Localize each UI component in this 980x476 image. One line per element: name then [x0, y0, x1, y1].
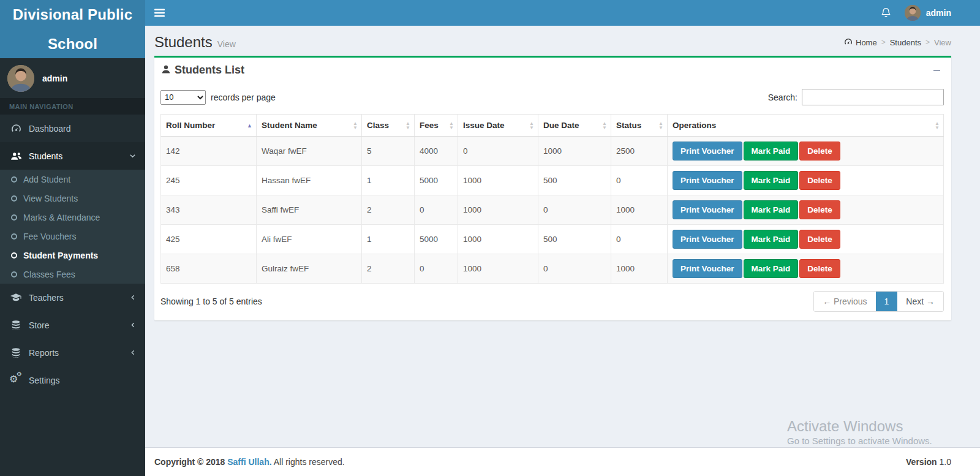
sidebar-menu: Dashboard Students — [0, 115, 145, 394]
cell-operations: Print VoucherMark PaidDelete — [668, 195, 944, 225]
cell-student-name: Gulraiz fwEF — [257, 254, 362, 284]
sidebar-item-teachers[interactable]: Teachers — [0, 284, 145, 311]
students-table: Roll Number Student Name Class Fees Issu… — [160, 114, 944, 284]
print-voucher-button[interactable]: Print Voucher — [673, 171, 742, 190]
users-icon — [9, 152, 23, 161]
mark-paid-button[interactable]: Mark Paid — [744, 259, 799, 278]
database-icon — [9, 320, 23, 330]
sidebar-item-dashboard[interactable]: Dashboard — [0, 115, 145, 142]
circle-icon — [11, 176, 17, 183]
print-voucher-button[interactable]: Print Voucher — [673, 200, 742, 219]
cell-status: 1000 — [611, 254, 668, 284]
delete-button[interactable]: Delete — [799, 259, 840, 278]
cell-student-name: Hassan fwEF — [257, 166, 362, 195]
delete-button[interactable]: Delete — [799, 142, 840, 161]
sidebar-item-classes-fees[interactable]: Classes Fees — [0, 265, 145, 284]
breadcrumb-label: Students — [890, 38, 921, 47]
records-per-page-select[interactable]: 10 — [160, 90, 206, 105]
page-title-text: Students — [154, 34, 213, 50]
column-header-fees[interactable]: Fees — [415, 115, 458, 137]
copyright-suffix: All rights reserved. — [274, 457, 345, 467]
mark-paid-button[interactable]: Mark Paid — [744, 142, 799, 161]
submenu-label: Student Payments — [23, 251, 98, 260]
hamburger-icon[interactable] — [145, 0, 173, 26]
mark-paid-button[interactable]: Mark Paid — [744, 171, 799, 190]
breadcrumb-home[interactable]: Home — [844, 38, 877, 47]
breadcrumb-separator: > — [881, 38, 886, 47]
print-voucher-button[interactable]: Print Voucher — [673, 142, 742, 161]
cell-operations: Print VoucherMark PaidDelete — [668, 254, 944, 284]
chevron-left-icon — [130, 322, 136, 328]
breadcrumb-label: Home — [856, 38, 877, 47]
mark-paid-button[interactable]: Mark Paid — [744, 230, 799, 249]
sidebar-item-reports[interactable]: Reports — [0, 339, 145, 366]
sidebar-item-students[interactable]: Students — [0, 142, 145, 170]
circle-icon — [11, 252, 17, 259]
pagination: ← Previous 1 Next → — [813, 291, 944, 312]
circle-icon — [11, 195, 17, 202]
collapse-minus-icon[interactable] — [929, 64, 944, 77]
delete-button[interactable]: Delete — [799, 230, 840, 249]
column-header-operations[interactable]: Operations — [668, 115, 944, 137]
sidebar-item-add-student[interactable]: Add Student — [0, 170, 145, 189]
sidebar-item-marks-attendance[interactable]: Marks & Attendance — [0, 208, 145, 227]
page-1-button[interactable]: 1 — [876, 292, 898, 311]
print-voucher-button[interactable]: Print Voucher — [673, 259, 742, 278]
table-header-row: Roll Number Student Name Class Fees Issu… — [161, 115, 944, 137]
notifications-bell-icon[interactable] — [881, 7, 891, 18]
cell-fees: 4000 — [415, 137, 458, 166]
delete-button[interactable]: Delete — [799, 171, 840, 190]
app-title-line1: Divisional Public — [0, 0, 145, 29]
print-voucher-button[interactable]: Print Voucher — [673, 230, 742, 249]
sidebar-item-label: Settings — [29, 376, 60, 385]
cell-operations: Print VoucherMark PaidDelete — [668, 166, 944, 195]
showing-entries-info: Showing 1 to 5 of 5 entries — [160, 297, 262, 306]
breadcrumb-students[interactable]: Students — [890, 38, 921, 47]
person-icon — [162, 65, 170, 76]
navbar-avatar — [905, 5, 921, 21]
navbar-user-menu[interactable]: admin — [905, 5, 951, 21]
column-header-due-date[interactable]: Due Date — [538, 115, 611, 137]
user-avatar — [7, 65, 34, 92]
cell-class: 2 — [362, 254, 415, 284]
sidebar-item-label: Students — [29, 151, 62, 161]
dashboard-icon — [844, 38, 853, 47]
column-header-roll-number[interactable]: Roll Number — [161, 115, 257, 137]
chevron-left-icon — [130, 294, 136, 301]
page-title: StudentsView — [154, 34, 236, 51]
delete-button[interactable]: Delete — [799, 200, 840, 219]
author-link[interactable]: Saffi Ullah. — [227, 457, 271, 467]
cell-issue-date: 1000 — [458, 225, 538, 254]
sidebar-item-label: Teachers — [29, 293, 64, 303]
search-input[interactable] — [802, 89, 944, 105]
app-logo[interactable]: Divisional Public School — [0, 0, 145, 58]
next-page-button[interactable]: Next → — [897, 292, 943, 311]
table-row: 142 Waqar fwEF 5 4000 0 1000 2500 Print … — [161, 137, 944, 166]
column-header-status[interactable]: Status — [611, 115, 668, 137]
sort-both-icon — [529, 121, 534, 130]
submenu-label: View Students — [23, 194, 78, 203]
table-row: 245 Hassan fwEF 1 5000 1000 500 0 Print … — [161, 166, 944, 195]
copyright-text: Copyright © 2018 Saffi Ullah. All rights… — [154, 457, 345, 467]
sidebar-item-store[interactable]: Store — [0, 311, 145, 339]
column-header-issue-date[interactable]: Issue Date — [458, 115, 538, 137]
sort-both-icon — [405, 121, 410, 130]
main-column: admin StudentsView — [145, 0, 980, 476]
sidebar-item-label: Dashboard — [29, 124, 71, 134]
cell-status: 0 — [611, 225, 668, 254]
sidebar-user-name: admin — [42, 74, 67, 83]
table-row: 425 Ali fwEF 1 5000 1000 500 0 Print Vou… — [161, 225, 944, 254]
sidebar-item-view-students[interactable]: View Students — [0, 189, 145, 208]
table-footer: Showing 1 to 5 of 5 entries ← Previous 1… — [160, 291, 944, 312]
sidebar-item-fee-vouchers[interactable]: Fee Vouchers — [0, 227, 145, 246]
sidebar-item-settings[interactable]: ⚙⚙ Settings — [0, 366, 145, 394]
cell-due-date: 500 — [538, 225, 611, 254]
sidebar-item-student-payments[interactable]: Student Payments — [0, 246, 145, 265]
column-header-student-name[interactable]: Student Name — [257, 115, 362, 137]
cell-issue-date: 1000 — [458, 254, 538, 284]
previous-page-button[interactable]: ← Previous — [814, 292, 875, 311]
column-header-class[interactable]: Class — [362, 115, 415, 137]
sort-asc-icon — [247, 123, 252, 128]
cell-roll-number: 343 — [161, 195, 257, 225]
mark-paid-button[interactable]: Mark Paid — [744, 200, 799, 219]
